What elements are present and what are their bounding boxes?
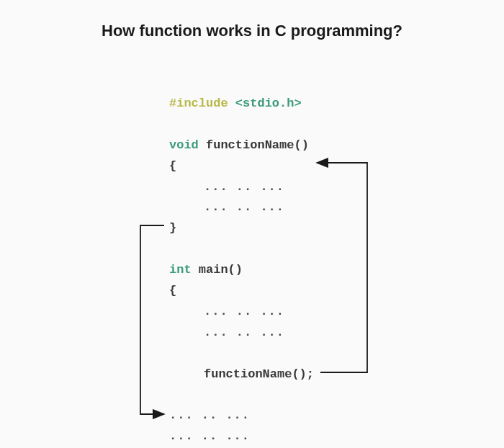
- include-keyword: #include: [169, 97, 228, 110]
- code-line-blank: [169, 385, 314, 406]
- code-line-main-sig: int main(): [169, 260, 314, 281]
- code-line-dots: ... .. ...: [169, 406, 314, 426]
- code-line-include: #include <stdio.h>: [169, 94, 314, 115]
- void-keyword: void: [169, 138, 199, 152]
- int-keyword: int: [169, 263, 192, 277]
- code-line-func-sig: void functionName(): [169, 135, 314, 156]
- code-line-dots: ... .. ...: [169, 302, 314, 323]
- main-name: main(): [199, 263, 243, 277]
- code-line-brace-open: {: [169, 156, 314, 177]
- include-header: <stdio.h>: [235, 97, 302, 110]
- code-line-blank: [169, 239, 314, 260]
- code-line-dots: ... .. ...: [169, 197, 314, 218]
- func-name: functionName(): [206, 138, 309, 152]
- code-diagram: #include <stdio.h> void functionName() {…: [169, 94, 314, 448]
- code-line-blank: [169, 344, 314, 364]
- code-line-brace-open: {: [169, 281, 314, 302]
- return-arrow: [140, 225, 164, 414]
- code-line-dots: ... .. ...: [169, 177, 314, 198]
- call-arrow: [317, 163, 367, 372]
- code-line-dots: ... .. ...: [169, 323, 314, 344]
- code-line-func-call: functionName();: [169, 364, 314, 385]
- code-line-brace-close: }: [169, 218, 314, 239]
- code-line-dots: ... .. ...: [169, 426, 314, 447]
- page-title: How function works in C programming?: [0, 22, 504, 40]
- func-call: functionName();: [204, 367, 314, 381]
- code-line-blank: [169, 115, 314, 135]
